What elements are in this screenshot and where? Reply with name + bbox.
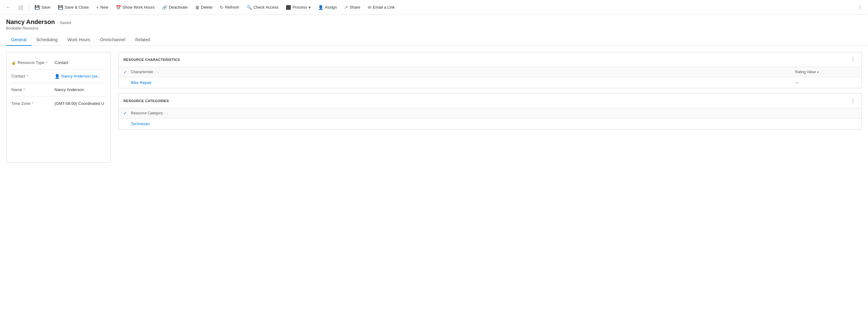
form-row-timezone: Time Zone * (GMT-08:00) Coordinated U (11, 97, 105, 110)
right-panel: RESOURCE CHARACTERISTICS ⋮ ✓ Characteris… (118, 52, 862, 134)
timezone-label-text: Time Zone (11, 101, 30, 106)
share-button[interactable]: ↗ Share (341, 3, 363, 12)
back-icon: ← (6, 5, 10, 10)
process-icon: ⬛ (286, 5, 291, 10)
contact-label-text: Contact (11, 74, 25, 78)
name-label-text: Name (11, 87, 22, 92)
tab-work-hours[interactable]: Work Hours (63, 34, 95, 46)
refresh-icon: ↻ (220, 5, 223, 10)
show-work-hours-button[interactable]: 📅 Show Work Hours (113, 3, 158, 12)
characteristic-col-header[interactable]: Characteristic ↑ ↓ (131, 70, 795, 74)
categories-check-all[interactable]: ✓ (123, 111, 131, 116)
email-link-icon: ✉ (368, 5, 371, 10)
share-icon: ↗ (344, 5, 348, 10)
category-row: Technician (119, 118, 862, 129)
categories-title: RESOURCE CATEGORIES (123, 99, 169, 103)
characteristic-sort-down-icon[interactable]: ↓ (157, 70, 159, 74)
more-actions-icon: ⋮ (858, 5, 862, 9)
resource-category-col-header[interactable]: Resource Category ↑ ↓ (131, 111, 857, 115)
save-close-label: Save & Close (65, 5, 89, 9)
tab-general[interactable]: General (6, 34, 31, 46)
resource-type-label: 🔒 Resource Type * (11, 60, 55, 65)
restore-button[interactable]: ⬜ (15, 3, 26, 12)
form-row-resource-type: 🔒 Resource Type * Contact (11, 56, 105, 70)
delete-icon: 🗑 (195, 5, 199, 10)
process-label: Process (292, 5, 307, 9)
entity-name: Nancy Anderson (6, 19, 55, 26)
entity-type: Bookable Resource (6, 26, 862, 30)
form-row-name: Name * Nancy Anderson (11, 83, 105, 97)
tab-related[interactable]: Related (130, 34, 155, 46)
category-value[interactable]: Technician (131, 121, 857, 126)
resource-category-sort-down-icon[interactable]: ↓ (166, 112, 168, 115)
delete-button[interactable]: 🗑 Delete (192, 3, 216, 12)
name-label: Name * (11, 87, 55, 92)
deactivate-button[interactable]: 🔗 Deactivate (159, 3, 191, 12)
contact-required: * (27, 74, 28, 78)
tab-omnichannel[interactable]: Omnichannel (95, 34, 130, 46)
page-header: Nancy Anderson - Saved Bookable Resource (0, 15, 868, 30)
back-button[interactable]: ← (3, 3, 13, 12)
characteristic-sort-up-icon[interactable]: ↑ (155, 70, 156, 74)
assign-label: Assign (325, 5, 337, 9)
process-button[interactable]: ⬛ Process ▾ (283, 3, 314, 12)
more-actions-button[interactable]: ⋮ (855, 3, 865, 11)
resource-type-value: Contact (55, 60, 105, 65)
share-label: Share (349, 5, 360, 9)
lock-icon: 🔒 (11, 61, 16, 65)
delete-label: Delete (201, 5, 213, 9)
save-label: Save (41, 5, 51, 9)
saved-badge: - Saved (57, 20, 71, 25)
new-button[interactable]: + New (93, 3, 111, 12)
contact-label: Contact * (11, 74, 55, 78)
assign-button[interactable]: 👤 Assign (315, 3, 340, 12)
deactivate-icon: 🔗 (162, 5, 167, 10)
categories-header: RESOURCE CATEGORIES ⋮ (119, 94, 862, 108)
resource-category-sort-up-icon[interactable]: ↑ (164, 112, 165, 115)
characteristics-grid-header: ✓ Characteristic ↑ ↓ Rating Value ▾ (119, 67, 862, 77)
timezone-label: Time Zone * (11, 101, 55, 106)
show-work-hours-icon: 📅 (116, 5, 121, 10)
tab-scheduling[interactable]: Scheduling (31, 34, 63, 46)
refresh-button[interactable]: ↻ Refresh (217, 3, 242, 12)
categories-more-button[interactable]: ⋮ (849, 97, 857, 104)
restore-icon: ⬜ (18, 5, 23, 10)
main-content: 🔒 Resource Type * Contact Contact * 👤 Na… (0, 46, 868, 169)
contact-record-icon: 👤 (55, 74, 60, 79)
rating-value-col-label: Rating Value (795, 70, 816, 74)
characteristics-check-all[interactable]: ✓ (123, 70, 131, 74)
resource-category-col-label: Resource Category (131, 111, 162, 115)
new-label: New (100, 5, 108, 9)
rating-value-col-header[interactable]: Rating Value ▾ (795, 70, 857, 74)
timezone-required: * (32, 102, 33, 105)
characteristics-title: RESOURCE CHARACTERISTICS (123, 58, 180, 62)
characteristic-row: Bike Repair --- (119, 77, 862, 88)
save-icon: 💾 (34, 5, 40, 10)
new-icon: + (96, 5, 98, 10)
contact-value[interactable]: 👤 Nancy Anderson (sa... (55, 74, 105, 79)
categories-grid-header: ✓ Resource Category ↑ ↓ (119, 108, 862, 118)
rating-value-filter-icon[interactable]: ▾ (817, 70, 819, 74)
characteristic-value[interactable]: Bike Repair (131, 80, 795, 85)
show-work-hours-label: Show Work Hours (123, 5, 155, 9)
save-button[interactable]: 💾 Save (31, 3, 54, 12)
email-link-button[interactable]: ✉ Email a Link (365, 3, 398, 12)
save-close-button[interactable]: 💾 Save & Close (55, 3, 92, 12)
characteristics-more-button[interactable]: ⋮ (849, 56, 857, 63)
tabs: General Scheduling Work Hours Omnichanne… (0, 34, 868, 46)
characteristic-col-label: Characteristic (131, 70, 153, 74)
timezone-value: (GMT-08:00) Coordinated U (55, 101, 105, 106)
check-access-label: Check Access (253, 5, 279, 9)
save-close-icon: 💾 (58, 5, 63, 10)
form-row-contact: Contact * 👤 Nancy Anderson (sa... (11, 70, 105, 83)
separator-1 (29, 4, 29, 11)
name-value: Nancy Anderson (55, 87, 105, 92)
toolbar: ← ⬜ 💾 Save 💾 Save & Close + New 📅 Show W… (0, 0, 868, 15)
resource-characteristics-section: RESOURCE CHARACTERISTICS ⋮ ✓ Characteris… (118, 52, 862, 88)
contact-value-text[interactable]: Nancy Anderson (sa... (61, 74, 101, 78)
refresh-label: Refresh (225, 5, 239, 9)
assign-icon: 👤 (318, 5, 323, 10)
check-access-button[interactable]: 🔍 Check Access (244, 3, 282, 12)
check-access-icon: 🔍 (247, 5, 252, 10)
resource-type-label-text: Resource Type (18, 60, 44, 65)
